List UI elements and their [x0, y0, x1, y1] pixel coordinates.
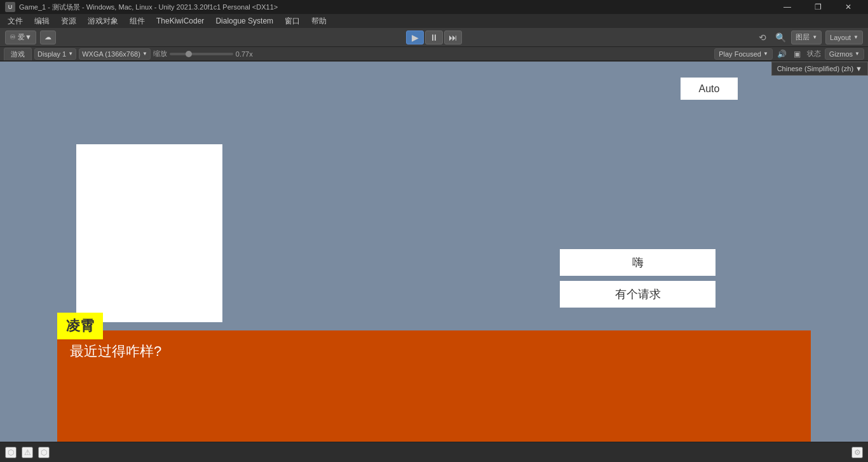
- history-button[interactable]: ⟲: [756, 31, 770, 44]
- scale-slider[interactable]: [170, 53, 233, 55]
- game-tab-label: 游戏: [11, 50, 25, 58]
- pause-icon: ⏸: [430, 32, 438, 43]
- menu-dialogue[interactable]: Dialogue System: [210, 15, 278, 27]
- layers-label: 图层: [796, 32, 810, 42]
- display-dropdown[interactable]: Display 1 ▼: [34, 48, 76, 60]
- menu-gameobject[interactable]: 游戏对象: [83, 15, 123, 28]
- display-label: Display 1: [37, 50, 66, 58]
- search-button[interactable]: 🔍: [773, 31, 787, 44]
- aspect-icon: ▣: [794, 50, 801, 58]
- collapse-icon[interactable]: ⬡: [5, 447, 17, 458]
- resolution-chevron: ▼: [142, 51, 147, 57]
- play-focused-button[interactable]: Play Focused ▼: [714, 48, 773, 60]
- close-button[interactable]: ✕: [834, 0, 863, 14]
- dialogue-text: 最近过得咋样?: [70, 342, 161, 361]
- title-bar: U Game_1 - 测试场景 - Windows, Mac, Linux - …: [0, 0, 868, 14]
- account-button[interactable]: ♾ 爱▼: [5, 31, 36, 44]
- play-controls: ▶ ⏸ ⏭: [406, 31, 462, 44]
- gizmos-button[interactable]: Gizmos ▼: [825, 48, 864, 60]
- layout-label: Layout: [830, 34, 851, 41]
- play-icon: ▶: [412, 32, 419, 43]
- error-icon[interactable]: ⬡: [38, 447, 50, 458]
- main-toolbar: ♾ 爱▼ ☁ ▶ ⏸ ⏭ ⟲ 🔍 图层 ▼ Layout ▼: [0, 28, 868, 47]
- game-toolbar: 游戏 Display 1 ▼ WXGA (1366x768) ▼ 缩放 0.77…: [0, 47, 868, 61]
- maximize-button[interactable]: ❐: [803, 0, 832, 14]
- step-button[interactable]: ⏭: [444, 31, 462, 44]
- game-tab[interactable]: 游戏: [4, 48, 32, 60]
- minimize-button[interactable]: —: [773, 0, 802, 14]
- mute-button[interactable]: 🔊: [776, 48, 788, 60]
- play-focused-label: Play Focused: [719, 50, 761, 58]
- choice-button-2[interactable]: 有个请求: [560, 281, 715, 308]
- aspect-button[interactable]: ▣: [792, 48, 803, 60]
- layout-chevron: ▼: [853, 34, 858, 40]
- menu-kiwicoder[interactable]: TheKiwiCoder: [151, 15, 209, 27]
- scale-thumb[interactable]: [186, 51, 192, 57]
- app-icon: U: [5, 2, 15, 12]
- account-label: ♾ 爱▼: [10, 32, 32, 42]
- settings-icon[interactable]: ⚙: [851, 447, 863, 458]
- menu-help[interactable]: 帮助: [306, 15, 332, 28]
- status-bar: ⬡ ⚠ ⬡ ⚙: [0, 442, 868, 462]
- dialogue-box[interactable]: 最近过得咋样?: [57, 330, 811, 442]
- layers-dropdown[interactable]: 图层 ▼: [791, 31, 822, 44]
- scale-value: 0.77x: [236, 50, 253, 58]
- character-portrait: [76, 144, 222, 322]
- game-viewport: Auto 嗨 有个请求 凌霄 最近过得咋样?: [0, 62, 868, 442]
- language-dropdown[interactable]: Chinese (Simplified) (zh) ▼: [771, 62, 868, 76]
- display-chevron: ▼: [68, 51, 73, 57]
- resolution-label: WXGA (1366x768): [82, 50, 140, 58]
- auto-label: Auto: [699, 83, 720, 95]
- choice-1-label: 嗨: [632, 255, 644, 270]
- gizmos-chevron: ▼: [855, 51, 860, 57]
- menu-bar: 文件 编辑 资源 游戏对象 组件 TheKiwiCoder Dialogue S…: [0, 14, 868, 28]
- window-title: Game_1 - 测试场景 - Windows, Mac, Linux - Un…: [19, 3, 773, 12]
- choice-button-1[interactable]: 嗨: [560, 249, 715, 276]
- menu-edit[interactable]: 编辑: [29, 15, 55, 28]
- cloud-icon: ☁: [44, 33, 51, 41]
- play-button[interactable]: ▶: [406, 31, 424, 44]
- menu-component[interactable]: 组件: [125, 15, 150, 28]
- status-label: 状态: [807, 49, 821, 58]
- choice-2-label: 有个请求: [615, 287, 661, 302]
- window-controls: — ❐ ✕: [773, 0, 863, 14]
- scale-label: 缩放: [153, 49, 167, 58]
- layout-dropdown[interactable]: Layout ▼: [825, 31, 863, 44]
- menu-assets[interactable]: 资源: [56, 15, 81, 28]
- step-icon: ⏭: [449, 32, 458, 43]
- language-label: Chinese (Simplified) (zh) ▼: [777, 65, 862, 72]
- auto-button[interactable]: Auto: [681, 78, 738, 100]
- pause-button[interactable]: ⏸: [425, 31, 443, 44]
- game-toolbar-right: Play Focused ▼ 🔊 ▣ 状态 Gizmos ▼: [714, 48, 864, 60]
- gizmos-label: Gizmos: [829, 50, 853, 58]
- mute-icon: 🔊: [777, 50, 787, 58]
- character-name-tag: 凌霄: [57, 313, 103, 339]
- warning-icon[interactable]: ⚠: [22, 447, 33, 458]
- resolution-dropdown[interactable]: WXGA (1366x768) ▼: [79, 48, 151, 60]
- menu-file[interactable]: 文件: [3, 15, 28, 28]
- cloud-button[interactable]: ☁: [40, 31, 56, 44]
- character-name: 凌霄: [66, 318, 94, 334]
- layers-chevron: ▼: [812, 34, 817, 40]
- play-focused-chevron: ▼: [763, 51, 768, 57]
- menu-window[interactable]: 窗口: [280, 15, 305, 28]
